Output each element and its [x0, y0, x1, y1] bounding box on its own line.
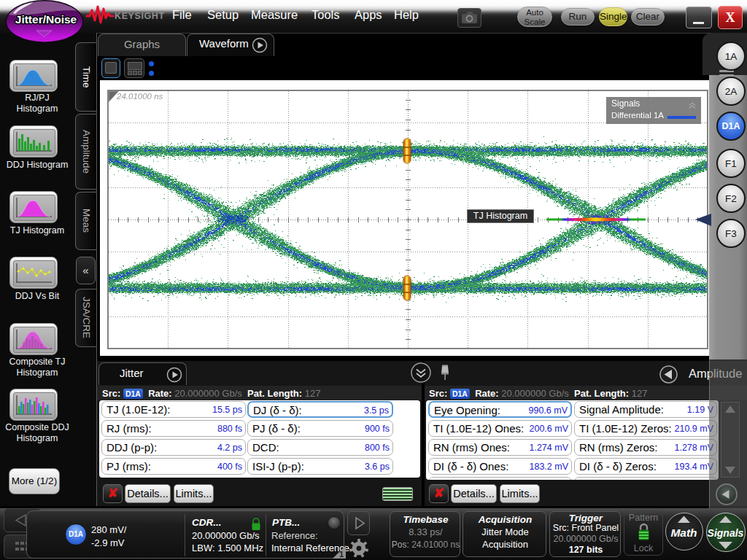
svg-text:Jitter/Noise: Jitter/Noise — [15, 13, 77, 26]
svg-text:1: 1 — [339, 550, 344, 559]
svg-text:KEYSIGHT: KEYSIGHT — [115, 11, 165, 21]
